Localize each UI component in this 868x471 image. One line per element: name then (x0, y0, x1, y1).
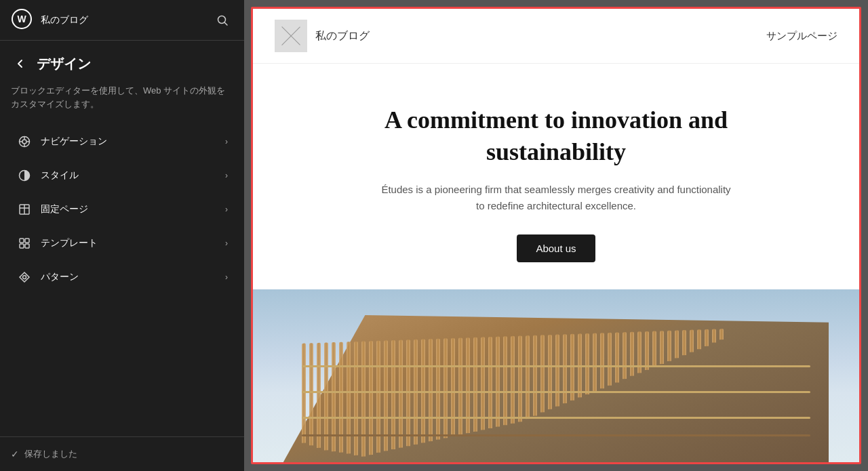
sidebar-blog-title: 私のブログ (41, 14, 203, 26)
hero-title: A commitment to innovation and sustainab… (353, 104, 760, 168)
sample-page-link[interactable]: サンプルページ (766, 30, 837, 43)
patterns-icon (16, 269, 33, 285)
sidebar-nav: ナビゲーション › スタイル › 固定ページ › (0, 124, 244, 436)
site-logo-area: 私のブログ (275, 20, 370, 52)
templates-label: テンプレート (41, 237, 217, 249)
navigation-label: ナビゲーション (41, 136, 217, 148)
back-button[interactable] (11, 54, 30, 73)
preview-frame: 私のブログ サンプルページ A commitment to innovation… (251, 7, 861, 464)
sidebar-item-templates[interactable]: テンプレート › (5, 227, 239, 260)
sidebar-item-patterns[interactable]: パターン › (5, 261, 239, 293)
building-visual (253, 289, 859, 462)
site-name: 私のブログ (315, 29, 370, 43)
sidebar-item-navigation[interactable]: ナビゲーション › (5, 125, 239, 158)
hero-description: Études is a pioneering firm that seamles… (380, 182, 732, 214)
styles-icon (16, 167, 33, 184)
sidebar-item-pages[interactable]: 固定ページ › (5, 193, 239, 226)
search-button[interactable] (212, 9, 233, 31)
svg-line-3 (225, 22, 228, 25)
building-image-section (253, 289, 859, 462)
sidebar-footer: ✓ 保存しました (0, 436, 244, 471)
templates-icon (16, 235, 33, 251)
svg-rect-15 (25, 239, 29, 243)
save-check-icon: ✓ (11, 449, 19, 459)
styles-label: スタイル (41, 169, 217, 182)
building-fins (302, 324, 859, 462)
templates-chevron-icon: › (225, 239, 228, 248)
sidebar-description: ブロックエディターを使用して、Web サイトの外観をカスタマイズします。 (0, 79, 244, 124)
svg-text:W: W (17, 14, 26, 24)
sidebar-topbar: W 私のブログ (0, 0, 244, 41)
wp-logo: W (11, 8, 33, 33)
navigation-icon (16, 134, 33, 150)
styles-chevron-icon: › (225, 171, 228, 180)
navigation-chevron-icon: › (225, 137, 228, 146)
hero-section: A commitment to innovation and sustainab… (253, 64, 859, 289)
section-title: デザイン (37, 55, 91, 73)
sidebar: W 私のブログ デザイン ブロックエディターを使用して、Web サイトの外観をカ… (0, 0, 244, 471)
saved-status: 保存しました (24, 448, 77, 460)
svg-rect-16 (20, 244, 24, 248)
pages-label: 固定ページ (41, 203, 217, 216)
svg-point-5 (22, 140, 26, 144)
sidebar-section-header: デザイン (0, 41, 244, 79)
sidebar-item-styles[interactable]: スタイル › (5, 159, 239, 192)
preview-container: 私のブログ サンプルページ A commitment to innovation… (244, 0, 868, 471)
about-us-button[interactable]: About us (517, 234, 595, 262)
svg-point-18 (23, 276, 26, 279)
svg-point-2 (218, 16, 226, 23)
patterns-label: パターン (41, 271, 217, 283)
site-header: 私のブログ サンプルページ (253, 9, 859, 64)
patterns-chevron-icon: › (225, 272, 228, 282)
svg-rect-14 (20, 239, 24, 243)
pages-chevron-icon: › (225, 205, 228, 214)
site-logo (275, 20, 307, 52)
pages-icon (16, 201, 33, 218)
svg-rect-17 (25, 244, 29, 248)
